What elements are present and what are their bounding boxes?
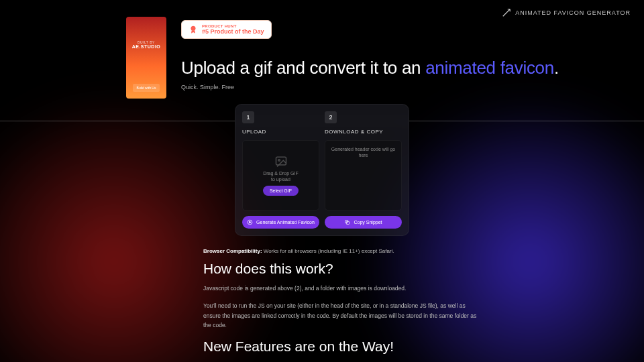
svg-rect-1 [276,157,286,165]
drop-zone-text: Drag & Drop GIF to upload [263,170,299,182]
product-hunt-rank: #5 Product of the Day [202,29,264,36]
play-circle-icon [247,219,253,225]
ae-studio-brand: AE.STUDIO [132,44,161,49]
hero-section: PRODUCT HUNT #5 Product of the Day Uploa… [181,20,597,103]
download-column: 2 DOWNLOAD & COPY Generated header code … [325,111,402,210]
product-hunt-badge[interactable]: PRODUCT HUNT #5 Product of the Day [181,20,272,39]
copy-snippet-button[interactable]: Copy Snippet [325,216,402,229]
select-gif-button[interactable]: Select GIF [263,186,299,196]
info-section: Browser Compatibility: Works for all bro… [203,248,478,355]
browser-compatibility: Browser Compatibility: Works for all bro… [203,248,478,254]
image-icon [274,155,288,167]
ae-studio-sidebar: BUILT BY AE.STUDIO Build with Us [126,17,166,99]
hero-subtitle: Quick. Simple. Free [181,84,597,90]
step-1-badge: 1 [242,111,254,123]
code-output-zone: Generated header code will go here [325,140,402,210]
step-2-badge: 2 [325,111,337,123]
svg-point-0 [191,26,196,31]
upload-column: 1 UPLOAD Drag & Drop GIF to upload Selec… [242,111,319,210]
medal-icon [189,25,198,34]
site-header: ANIMATED FAVICON GENERATOR [502,8,631,17]
site-title: ANIMATED FAVICON GENERATOR [515,9,631,16]
generate-favicon-button[interactable]: Generate Animated Favicon [242,216,319,229]
how-it-works-heading: How does this work? [203,261,478,277]
build-with-us-button[interactable]: Build with Us [133,84,160,92]
logo-icon [502,8,511,17]
how-paragraph-1: Javascript code is generated above (2), … [203,284,478,293]
new-features-heading: New Features are on the Way! [203,339,478,355]
svg-point-2 [278,160,280,162]
copy-icon [344,219,350,225]
hero-title: Upload a gif and convert it to an animat… [181,58,597,78]
converter-card: 1 UPLOAD Drag & Drop GIF to upload Selec… [235,104,409,236]
how-paragraph-2: You'll need to run the JS on your site (… [203,301,478,330]
output-placeholder-text: Generated header code will go here [331,146,396,158]
upload-title: UPLOAD [242,129,319,135]
gif-drop-zone[interactable]: Drag & Drop GIF to upload Select GIF [242,140,319,210]
download-title: DOWNLOAD & COPY [325,129,402,135]
